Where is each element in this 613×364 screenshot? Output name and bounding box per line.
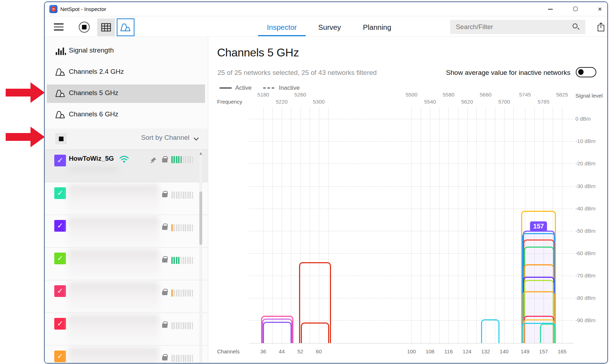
blurred-network-address — [68, 167, 118, 175]
channel-tick: 157 — [539, 348, 548, 354]
network-row[interactable]: ✓ — [45, 346, 208, 364]
netspot-app-icon — [49, 5, 57, 13]
channel-tick: 149 — [520, 348, 529, 354]
network-row[interactable]: ✓ — [45, 313, 208, 346]
menu-icon[interactable] — [54, 23, 63, 31]
tab-planning[interactable]: Planning — [355, 21, 399, 34]
vertical-gridline — [486, 107, 486, 343]
network-checkbox[interactable]: ✓ — [54, 155, 66, 166]
networks-summary: 25 of 25 networks selected, 25 of 43 net… — [217, 69, 377, 77]
close-button[interactable]: ✕ — [592, 2, 608, 16]
frequency-tick: 5180 — [257, 92, 269, 98]
frequency-tick: 5745 — [519, 92, 531, 98]
search-input[interactable] — [456, 20, 569, 34]
sort-by-label[interactable]: Sort by Channel — [141, 134, 189, 142]
signal-level-axis-label: Signal level — [575, 93, 603, 99]
chevron-down-icon[interactable] — [194, 136, 199, 140]
select-all-checkbox[interactable] — [55, 133, 67, 144]
signal-bars — [171, 224, 193, 231]
scrollbar-track[interactable] — [199, 150, 202, 364]
blurred-network-name — [68, 282, 159, 312]
app-window: NetSpot - Inspector ✕ Inspecto — [44, 1, 608, 364]
sidebar-item-label: Channels 5 GHz — [69, 89, 118, 97]
stop-scan-button[interactable] — [79, 22, 90, 33]
channel-tick: 36 — [260, 348, 266, 354]
frequency-tick: 5580 — [443, 92, 454, 98]
network-row[interactable]: ✓ — [45, 182, 208, 215]
signal-bars — [171, 289, 193, 297]
screenshot: NetSpot - Inspector ✕ Inspecto — [0, 0, 613, 364]
frequency-tick: 5700 — [498, 99, 510, 105]
network-row[interactable]: ✓ — [45, 280, 208, 313]
channel-tick: 124 — [463, 348, 471, 354]
average-toggle[interactable] — [576, 67, 596, 77]
blurred-network-name — [68, 315, 159, 345]
blurred-network-name — [68, 250, 159, 280]
network-checkbox[interactable]: ✓ — [54, 187, 66, 199]
network-checkbox[interactable]: ✓ — [54, 220, 66, 232]
frequency-tick: 5785 — [537, 99, 549, 105]
signal-level-tick: 0 dBm — [575, 116, 591, 122]
frequency-axis-label: Frequency — [217, 99, 242, 105]
scrollbar-thumb[interactable] — [199, 192, 202, 245]
lock-icon — [162, 193, 167, 197]
vertical-gridline — [272, 107, 273, 343]
signal-bars — [171, 322, 193, 329]
network-checkbox[interactable]: ✓ — [54, 285, 66, 297]
search-icon[interactable] — [573, 23, 578, 28]
tab-survey[interactable]: Survey — [311, 21, 348, 34]
network-list: ✓HowToWiz_5G✓✓✓✓✓✓ — [45, 149, 208, 364]
scroll-up-icon[interactable]: ▲ — [199, 151, 203, 155]
blurred-network-name — [68, 348, 159, 364]
vertical-gridline — [282, 107, 282, 343]
frequency-tick: 5300 — [313, 99, 325, 105]
network-checkbox[interactable]: ✓ — [54, 351, 66, 362]
sidebar-item-signal-strength[interactable]: Signal strength — [47, 42, 205, 60]
channels-view-button[interactable] — [117, 18, 134, 36]
network-checkbox[interactable]: ✓ — [54, 318, 66, 330]
frequency-tick: 5540 — [424, 99, 436, 105]
signal-level-tick: -90 dBm — [575, 317, 596, 323]
sidebar-item-channels-5-ghz[interactable]: Channels 5 GHz — [47, 84, 205, 103]
signal-level-tick: -30 dBm — [575, 183, 596, 189]
sidebar-divider — [208, 37, 208, 364]
sidebar-item-channels-6-ghz[interactable]: Channels 6 GHz — [47, 106, 205, 124]
vertical-gridline — [421, 107, 421, 343]
table-view-button[interactable] — [97, 18, 115, 36]
active-tab-underline — [258, 35, 306, 36]
horizontal-gridline — [249, 119, 573, 119]
signal-level-tick: -80 dBm — [575, 295, 596, 301]
frequency-tick: 5620 — [461, 99, 473, 105]
signal-level-tick: -60 dBm — [575, 250, 596, 256]
minimize-button[interactable] — [542, 2, 558, 16]
frequency-tick: 5260 — [294, 92, 306, 98]
vertical-gridline — [430, 107, 430, 343]
sidebar: Signal strengthChannels 2.4 GHzChannels … — [45, 37, 208, 364]
vertical-gridline — [504, 107, 504, 343]
vertical-gridline — [562, 107, 562, 343]
sidebar-item-label: Channels 2.4 GHz — [69, 68, 124, 76]
share-icon[interactable] — [596, 22, 606, 32]
channel-tick: 60 — [316, 348, 322, 354]
network-channel-shape[interactable] — [301, 322, 329, 343]
signal-bars — [171, 192, 193, 199]
page-title: Channels 5 GHz — [217, 46, 299, 59]
network-channel-shape[interactable] — [263, 322, 292, 343]
lock-icon — [162, 226, 167, 230]
title-bar: NetSpot - Inspector ✕ — [45, 2, 607, 16]
network-checkbox[interactable]: ✓ — [54, 253, 66, 264]
channel-tick: 140 — [500, 348, 509, 354]
sidebar-item-channels-2-4-ghz[interactable]: Channels 2.4 GHz — [47, 63, 205, 82]
network-row[interactable]: ✓HowToWiz_5G — [45, 150, 208, 182]
network-channel-shape[interactable] — [540, 324, 555, 343]
tab-inspector[interactable]: Inspector — [258, 21, 306, 34]
frequency-tick: 5825 — [556, 92, 568, 98]
network-row[interactable]: ✓ — [45, 215, 208, 248]
maximize-button[interactable] — [567, 2, 584, 16]
network-channel-shape[interactable] — [481, 319, 499, 343]
network-row[interactable]: ✓ — [45, 248, 208, 280]
inactive-line-swatch — [263, 87, 275, 89]
blurred-network-name — [68, 217, 159, 247]
indeterminate-mark — [59, 137, 63, 141]
pin-icon — [150, 157, 157, 164]
